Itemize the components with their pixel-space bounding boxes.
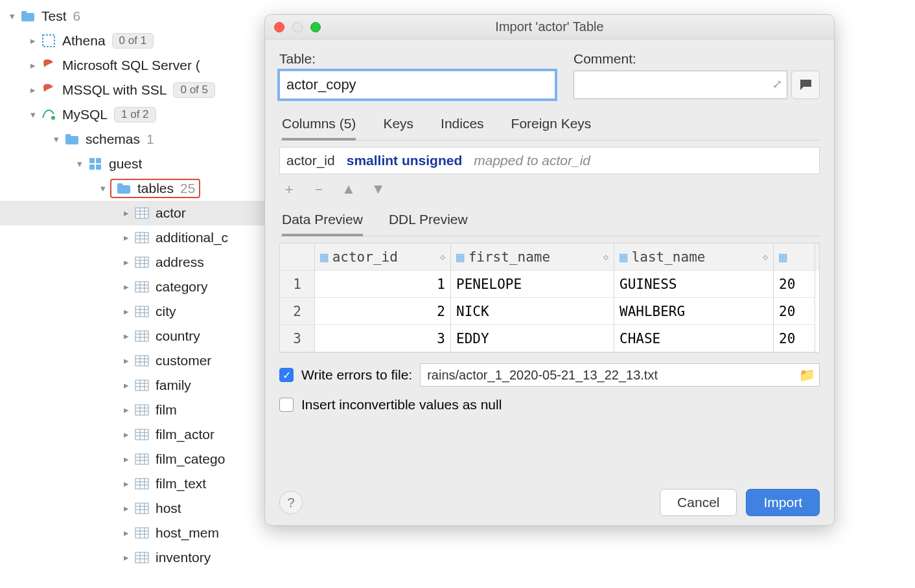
tree-node-athena[interactable]: ▸ Athena 0 of 1 bbox=[0, 28, 279, 53]
cancel-button[interactable]: Cancel bbox=[660, 489, 737, 516]
cell[interactable]: 20 bbox=[774, 271, 815, 298]
tree-node-mysql[interactable]: ▾ MySQL 1 of 2 bbox=[0, 102, 279, 127]
tab-ddl-preview[interactable]: DDL Preview bbox=[389, 212, 468, 236]
column-header[interactable]: ▦last_name◇ bbox=[614, 243, 774, 271]
cell[interactable]: 20 bbox=[774, 298, 815, 325]
column-header[interactable]: ▦ bbox=[774, 243, 815, 271]
comment-input[interactable] bbox=[573, 71, 787, 99]
table-row[interactable]: 11PENELOPEGUINESS20 bbox=[280, 271, 819, 298]
table-row[interactable]: 33EDDYCHASE20 bbox=[280, 325, 819, 352]
help-icon[interactable]: ? bbox=[279, 491, 303, 514]
tree-node-table[interactable]: ▸category bbox=[0, 275, 279, 299]
import-button[interactable]: Import bbox=[746, 489, 820, 516]
cell[interactable]: GUINESS bbox=[614, 271, 774, 298]
table-icon bbox=[133, 205, 150, 221]
cell[interactable]: NICK bbox=[451, 298, 614, 325]
svg-rect-71 bbox=[135, 528, 148, 538]
column-toolbar: ＋ － ▲ ▼ bbox=[279, 181, 820, 200]
column-mapping: mapped to actor_id bbox=[474, 153, 590, 168]
tree-label: country bbox=[156, 328, 200, 344]
move-up-icon[interactable]: ▲ bbox=[342, 182, 356, 196]
chevron-down-icon: ▾ bbox=[49, 133, 64, 145]
tree-node-table[interactable]: ▸host bbox=[0, 496, 279, 521]
cell[interactable]: PENELOPE bbox=[451, 271, 614, 298]
tree-node-schemas[interactable]: ▾ schemas 1 bbox=[0, 127, 279, 152]
tree-label: MSSQL with SSL bbox=[62, 82, 167, 98]
tree-label: tables bbox=[137, 181, 174, 196]
column-header[interactable]: ▦actor_id◇ bbox=[315, 243, 451, 271]
svg-rect-66 bbox=[135, 503, 148, 514]
cell[interactable]: WAHLBERG bbox=[614, 298, 774, 325]
svg-rect-21 bbox=[135, 282, 148, 292]
expand-icon[interactable]: ⤢ bbox=[772, 77, 782, 91]
chevron-right-icon: ▸ bbox=[26, 35, 40, 47]
tree-label: guest bbox=[109, 156, 142, 172]
tree-label: family bbox=[156, 378, 191, 393]
svg-rect-3 bbox=[96, 158, 101, 163]
tree-node-table[interactable]: ▸film bbox=[0, 398, 279, 422]
column-icon: ▦ bbox=[456, 249, 465, 265]
tab-data-preview[interactable]: Data Preview bbox=[282, 212, 363, 236]
svg-point-1 bbox=[51, 116, 55, 120]
close-icon[interactable] bbox=[274, 22, 284, 32]
cell[interactable]: 3 bbox=[315, 325, 451, 352]
data-preview-grid: ▦actor_id◇ ▦first_name◇ ▦last_name◇ ▦ 11… bbox=[279, 243, 820, 353]
tree-node-table[interactable]: ▸actor bbox=[0, 201, 279, 225]
table-icon bbox=[133, 401, 150, 418]
column-detail-row[interactable]: actor_id smallint unsigned mapped to act… bbox=[279, 147, 820, 174]
tree-node-tables[interactable]: ▾ tables 25 bbox=[0, 176, 279, 201]
svg-rect-11 bbox=[135, 232, 148, 243]
folder-icon bbox=[115, 180, 132, 197]
tree-node-guest[interactable]: ▾ guest bbox=[0, 152, 279, 176]
column-header[interactable]: ▦first_name◇ bbox=[451, 243, 614, 271]
tree-node-mssql[interactable]: ▸ Microsoft SQL Server ( bbox=[0, 53, 279, 78]
titlebar: Import 'actor' Table bbox=[265, 15, 834, 40]
tree-node-table[interactable]: ▸city bbox=[0, 299, 279, 324]
tree-label: category bbox=[156, 279, 208, 295]
write-errors-checkbox[interactable]: ✓ bbox=[279, 368, 294, 382]
cell[interactable]: 1 bbox=[315, 271, 451, 298]
tree-node-mssql-ssl[interactable]: ▸ MSSQL with SSL 0 of 5 bbox=[0, 78, 279, 102]
tree-node-table[interactable]: ▸family bbox=[0, 373, 279, 398]
cell[interactable]: EDDY bbox=[451, 325, 614, 352]
svg-rect-41 bbox=[135, 380, 148, 390]
browse-folder-icon[interactable]: 📁 bbox=[799, 367, 815, 383]
error-file-path[interactable]: rains/actor_1_2020-05-21_13_22_13.txt 📁 bbox=[420, 363, 820, 387]
tab-indices[interactable]: Indices bbox=[441, 112, 484, 140]
tree-label: city bbox=[156, 304, 176, 319]
table-name-input[interactable] bbox=[279, 71, 555, 99]
chevron-right-icon: ▸ bbox=[119, 429, 133, 440]
chevron-down-icon: ▾ bbox=[5, 10, 19, 22]
tree-node-table[interactable]: ▸host_mem bbox=[0, 521, 279, 545]
tree-node-table[interactable]: ▸film_actor bbox=[0, 422, 279, 447]
tree-node-table[interactable]: ▸film_text bbox=[0, 471, 279, 496]
tab-keys[interactable]: Keys bbox=[383, 112, 413, 140]
minimize-icon[interactable] bbox=[292, 22, 303, 32]
tree-node-table[interactable]: ▸additional_c bbox=[0, 225, 279, 250]
maximize-icon[interactable] bbox=[310, 22, 321, 32]
tree-node-table[interactable]: ▸customer bbox=[0, 348, 279, 373]
write-errors-label: Write errors to file: bbox=[301, 367, 412, 383]
cell[interactable]: CHASE bbox=[614, 325, 774, 352]
move-down-icon[interactable]: ▼ bbox=[371, 182, 386, 196]
insert-null-checkbox[interactable] bbox=[279, 398, 294, 412]
tree-count: 6 bbox=[73, 8, 81, 24]
dialog-title: Import 'actor' Table bbox=[265, 19, 834, 34]
tab-foreign-keys[interactable]: Foreign Keys bbox=[511, 112, 592, 140]
add-icon[interactable]: ＋ bbox=[282, 182, 296, 196]
cell[interactable]: 2 bbox=[315, 298, 451, 325]
cell[interactable]: 20 bbox=[774, 325, 815, 352]
tree-node-table[interactable]: ▸country bbox=[0, 324, 279, 348]
tree-node-test[interactable]: ▾ Test 6 bbox=[0, 4, 279, 28]
svg-rect-0 bbox=[43, 35, 54, 47]
remove-icon[interactable]: － bbox=[312, 182, 326, 196]
tab-columns[interactable]: Columns (5) bbox=[282, 112, 356, 141]
svg-rect-6 bbox=[135, 208, 148, 218]
tree-node-table[interactable]: ▸film_catego bbox=[0, 447, 279, 471]
insert-null-label: Insert inconvertible values as null bbox=[301, 397, 502, 413]
tree-node-table[interactable]: ▸address bbox=[0, 250, 279, 275]
table-row[interactable]: 22NICKWAHLBERG20 bbox=[280, 298, 819, 325]
comment-speech-icon[interactable] bbox=[791, 71, 820, 99]
tree-node-table[interactable]: ▸inventory bbox=[0, 545, 279, 570]
table-icon bbox=[133, 328, 150, 345]
